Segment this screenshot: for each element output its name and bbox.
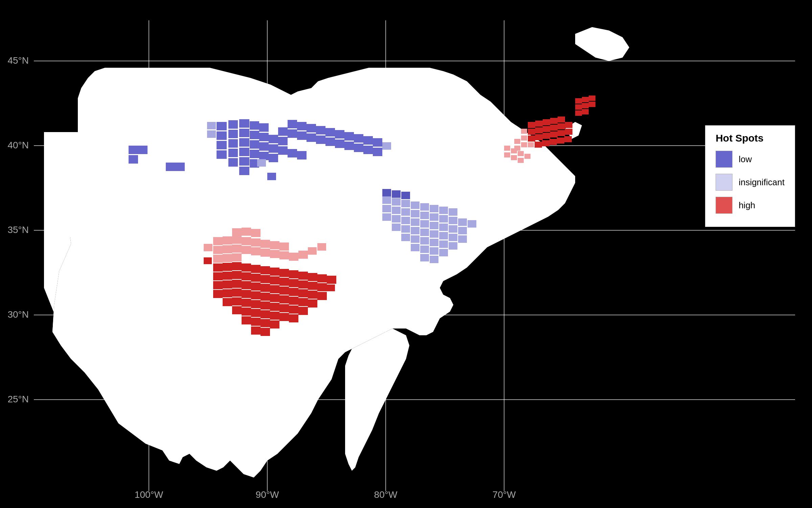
- svg-rect-157: [289, 270, 298, 278]
- svg-rect-129: [279, 242, 289, 251]
- svg-rect-70: [257, 159, 266, 167]
- svg-rect-147: [308, 247, 317, 255]
- svg-rect-150: [223, 263, 232, 271]
- svg-rect-104: [439, 232, 448, 239]
- legend-swatch-high: [716, 197, 732, 214]
- svg-rect-91: [439, 215, 448, 223]
- svg-rect-60: [129, 146, 138, 154]
- svg-rect-254: [514, 139, 520, 144]
- svg-rect-143: [232, 228, 242, 236]
- svg-rect-107: [411, 244, 420, 251]
- svg-rect-218: [261, 328, 270, 336]
- svg-rect-64: [278, 146, 288, 155]
- svg-rect-78: [382, 205, 391, 212]
- svg-rect-184: [232, 289, 242, 297]
- svg-rect-207: [242, 308, 251, 316]
- svg-rect-14: [228, 130, 238, 138]
- svg-rect-31: [239, 167, 249, 175]
- svg-rect-69: [207, 130, 216, 138]
- svg-rect-139: [298, 251, 308, 259]
- svg-rect-165: [270, 276, 279, 284]
- svg-rect-175: [261, 284, 270, 292]
- svg-rect-108: [420, 246, 429, 253]
- svg-rect-94: [401, 225, 410, 233]
- svg-rect-26: [259, 133, 269, 141]
- svg-rect-153: [251, 265, 261, 273]
- svg-rect-48: [335, 130, 344, 139]
- svg-rect-163: [251, 274, 261, 282]
- svg-rect-130: [213, 246, 223, 254]
- svg-rect-121: [401, 192, 410, 199]
- svg-rect-35: [269, 135, 278, 143]
- svg-rect-128: [270, 241, 279, 249]
- svg-rect-123: [223, 236, 232, 245]
- svg-rect-208: [251, 309, 261, 317]
- svg-rect-49: [335, 140, 344, 148]
- svg-rect-67: [267, 173, 276, 180]
- lon-label-80w: 80°W: [374, 489, 398, 500]
- svg-rect-148: [317, 243, 326, 251]
- svg-rect-142: [232, 253, 242, 261]
- svg-rect-204: [308, 299, 317, 308]
- svg-rect-99: [449, 217, 457, 224]
- svg-rect-141: [223, 254, 232, 262]
- svg-rect-160: [223, 272, 232, 280]
- svg-rect-193: [317, 283, 327, 291]
- svg-rect-15: [239, 129, 249, 137]
- svg-rect-118: [458, 235, 467, 243]
- svg-rect-173: [242, 281, 251, 289]
- svg-rect-220: [327, 284, 335, 291]
- svg-rect-95: [411, 227, 420, 234]
- svg-rect-93: [392, 224, 401, 231]
- svg-rect-106: [458, 218, 467, 226]
- svg-rect-42: [307, 124, 316, 132]
- svg-rect-101: [411, 235, 420, 243]
- svg-rect-29: [250, 150, 259, 158]
- svg-rect-122: [213, 237, 223, 245]
- svg-rect-213: [242, 316, 251, 324]
- svg-rect-25: [250, 140, 259, 149]
- svg-rect-23: [228, 149, 238, 157]
- svg-rect-13: [217, 131, 227, 140]
- svg-rect-230: [558, 123, 565, 129]
- svg-rect-17: [217, 141, 227, 149]
- svg-rect-188: [270, 294, 279, 302]
- svg-rect-84: [439, 207, 448, 214]
- svg-rect-194: [327, 276, 336, 284]
- legend-label-insignificant: insignificant: [739, 177, 785, 188]
- svg-rect-151: [232, 262, 242, 270]
- svg-rect-212: [289, 314, 298, 322]
- svg-rect-201: [279, 304, 289, 312]
- svg-rect-252: [521, 135, 527, 141]
- svg-rect-30: [259, 142, 269, 151]
- svg-rect-126: [251, 238, 261, 247]
- svg-rect-244: [582, 97, 589, 102]
- svg-rect-190: [289, 297, 298, 305]
- svg-rect-236: [558, 130, 565, 136]
- svg-rect-199: [261, 301, 270, 310]
- svg-rect-185: [242, 290, 251, 298]
- svg-rect-167: [289, 279, 298, 287]
- svg-rect-120: [392, 190, 401, 198]
- svg-rect-62: [129, 155, 138, 164]
- svg-rect-155: [270, 268, 279, 276]
- svg-rect-133: [242, 246, 251, 254]
- svg-rect-34: [269, 144, 278, 153]
- svg-rect-237: [565, 129, 572, 135]
- svg-rect-226: [528, 129, 535, 135]
- lat-label-25n: 25°N: [7, 394, 29, 404]
- svg-rect-203: [298, 307, 308, 315]
- svg-rect-152: [242, 263, 251, 272]
- svg-rect-43: [307, 133, 316, 142]
- svg-rect-114: [420, 254, 429, 261]
- svg-rect-76: [420, 203, 429, 211]
- svg-rect-179: [298, 289, 308, 297]
- svg-rect-210: [270, 312, 279, 320]
- svg-rect-246: [575, 104, 582, 110]
- legend-item-insignificant: insignificant: [716, 174, 785, 191]
- svg-rect-52: [354, 134, 363, 143]
- svg-rect-61: [138, 146, 148, 154]
- svg-rect-253: [521, 142, 527, 147]
- svg-rect-159: [213, 272, 223, 280]
- svg-rect-77: [430, 205, 438, 212]
